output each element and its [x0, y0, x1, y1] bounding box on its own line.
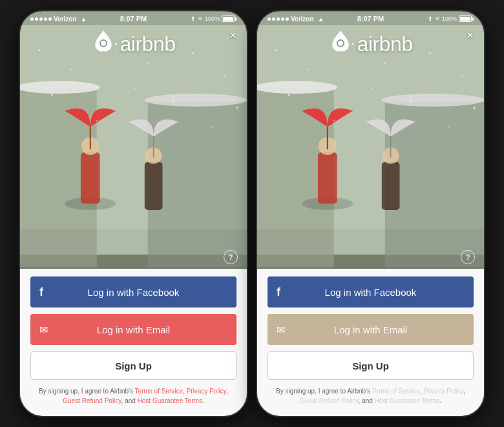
- phone-left: Verizon ▲ 8:07 PM ⬆ ✳ 100%: [19, 10, 248, 417]
- svg-point-32: [257, 81, 337, 94]
- time-left: 8:07 PM: [120, 15, 147, 23]
- rdot1: [268, 17, 271, 21]
- airbnb-text-left: airbnb: [120, 32, 176, 56]
- rdot3: [277, 17, 280, 21]
- svg-point-16: [147, 63, 149, 64]
- dot3: [39, 17, 43, 21]
- svg-point-5: [145, 94, 247, 107]
- dot1: [30, 17, 34, 21]
- terms-link-privacy-left[interactable]: Privacy Policy: [187, 388, 227, 395]
- terms-and-right: , and: [359, 397, 375, 404]
- svg-point-51: [410, 100, 412, 102]
- close-button-left[interactable]: ×: [229, 29, 236, 43]
- bluetooth-icon: ✳: [198, 16, 203, 22]
- terms-link-refund-left[interactable]: Guest Refund Policy: [63, 397, 121, 404]
- svg-point-47: [288, 94, 290, 96]
- svg-point-46: [461, 75, 462, 76]
- terms-link-host-right[interactable]: Host Guarantee Terms: [375, 397, 439, 404]
- signup-button-right[interactable]: Sign Up: [268, 351, 474, 380]
- terms-link-tos-right[interactable]: Terms of Service: [372, 388, 420, 395]
- carrier-left: Verizon: [54, 16, 77, 23]
- terms-before-left: By signing up, I agree to Airbnb's: [39, 388, 135, 395]
- svg-point-50: [372, 88, 373, 89]
- svg-rect-10: [145, 162, 163, 210]
- battery-icon-right: [459, 16, 474, 22]
- terms-text-left: By signing up, I agree to Airbnb's Terms…: [30, 386, 236, 406]
- terms-and-left: , and: [121, 397, 138, 404]
- terms-link-host-left[interactable]: Host Guarantee Terms: [138, 397, 202, 404]
- svg-rect-7: [81, 152, 100, 203]
- email-icon-left: ✉: [39, 324, 48, 336]
- email-btn-label-left: Log in with Email: [97, 324, 170, 335]
- svg-point-23: [173, 100, 174, 102]
- signal-dots: [30, 17, 52, 21]
- terms-link-refund-right[interactable]: Guest Refund Policy: [300, 397, 358, 404]
- terms-comma2-right: ,: [463, 388, 465, 395]
- signup-button-left[interactable]: Sign Up: [30, 351, 236, 380]
- status-bar-left: Verizon ▲ 8:07 PM ⬆ ✳ 100%: [20, 11, 247, 25]
- terms-link-privacy-right[interactable]: Privacy Policy: [424, 388, 464, 395]
- svg-point-18: [224, 75, 225, 76]
- svg-rect-35: [318, 152, 337, 203]
- airbnb-logo-right: airbnb: [329, 30, 413, 57]
- email-icon-right: ✉: [277, 324, 285, 336]
- svg-point-20: [96, 120, 98, 121]
- dot4: [44, 17, 47, 21]
- bluetooth-icon-right: ✳: [435, 16, 440, 22]
- rdot4: [281, 17, 284, 21]
- wifi-icon-right: ▲: [318, 16, 324, 23]
- logo-area-left: airbnb: [20, 30, 247, 57]
- email-login-button-right[interactable]: ✉ Log in with Email: [268, 314, 474, 345]
- terms-link-tos-left[interactable]: Terms of Service: [135, 388, 183, 395]
- bottom-panel-left: f Log in with Facebook ✉ Log in with Ema…: [20, 269, 247, 416]
- status-left-right: Verizon ▲: [268, 16, 324, 23]
- svg-rect-38: [382, 162, 400, 210]
- svg-point-49: [474, 107, 476, 109]
- status-right-right: ⬆ ✳ 100%: [428, 16, 474, 22]
- dot2: [35, 17, 38, 21]
- terms-text-right: By signing up, I agree to Airbnb's Terms…: [268, 386, 474, 406]
- facebook-btn-label-right: Log in with Facebook: [325, 287, 417, 298]
- help-button-right[interactable]: ?: [461, 250, 475, 264]
- status-left: Verizon ▲: [30, 16, 87, 23]
- airbnb-logo-left: airbnb: [92, 30, 176, 57]
- facebook-login-button-right[interactable]: f Log in with Facebook: [268, 276, 474, 307]
- svg-point-14: [70, 69, 72, 70]
- svg-point-19: [51, 94, 53, 96]
- battery-pct-right: 100%: [442, 16, 457, 22]
- status-bar-right: Verizon ▲ 8:07 PM ⬆ ✳ 100%: [257, 11, 484, 25]
- terms-before-right: By signing up, I agree to Airbnb's: [276, 388, 372, 395]
- svg-point-33: [382, 94, 484, 107]
- email-login-button-left[interactable]: ✉ Log in with Email: [30, 314, 236, 345]
- rdot5: [286, 17, 289, 21]
- rdot2: [272, 17, 275, 21]
- svg-point-44: [384, 63, 386, 64]
- svg-point-48: [333, 120, 335, 121]
- svg-point-21: [236, 107, 238, 109]
- carrier-right: Verizon: [291, 16, 314, 23]
- status-right-left: ⬆ ✳ 100%: [191, 16, 236, 22]
- gps-icon-right: ⬆: [428, 16, 433, 22]
- airbnb-text-right: airbnb: [357, 32, 413, 56]
- facebook-login-button-left[interactable]: f Log in with Facebook: [30, 276, 236, 307]
- help-button-left[interactable]: ?: [224, 250, 238, 264]
- facebook-btn-label-left: Log in with Facebook: [88, 287, 180, 298]
- terms-period-right: .: [439, 397, 441, 404]
- close-button-right[interactable]: ×: [467, 29, 474, 43]
- airbnb-belo-icon-right: [329, 30, 352, 57]
- svg-point-4: [20, 81, 100, 94]
- time-right: 8:07 PM: [357, 15, 384, 23]
- battery-pct-left: 100%: [205, 16, 220, 22]
- facebook-icon-right: f: [277, 286, 280, 299]
- email-btn-label-right: Log in with Email: [334, 324, 407, 335]
- gps-icon: ⬆: [191, 16, 196, 22]
- signal-dots-right: [268, 17, 289, 21]
- battery-icon-left: [222, 16, 236, 22]
- svg-point-42: [308, 69, 309, 70]
- phones-container: Verizon ▲ 8:07 PM ⬆ ✳ 100%: [19, 10, 485, 417]
- terms-period-left: .: [202, 397, 204, 404]
- phone-right: Verizon ▲ 8:07 PM ⬆ ✳ 100% air: [256, 10, 485, 417]
- facebook-icon-left: f: [39, 286, 43, 299]
- logo-area-right: airbnb: [257, 30, 484, 57]
- terms-comma2-left: ,: [226, 388, 228, 395]
